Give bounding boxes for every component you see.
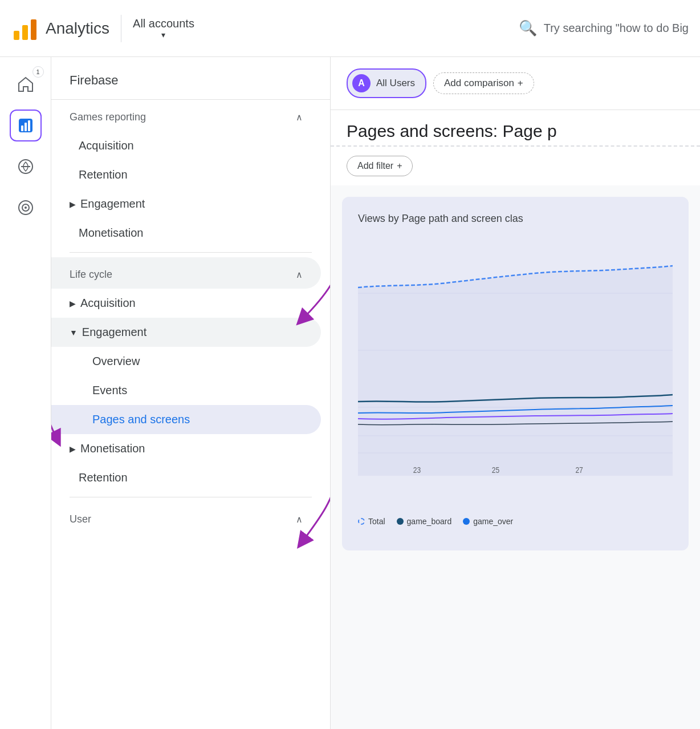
arrow-right-icon-2: ▶ (70, 299, 76, 308)
nav-section-life-cycle[interactable]: Life cycle ∧ (51, 257, 321, 289)
all-users-chip[interactable]: A All Users (347, 68, 426, 98)
sidebar-item-reports[interactable] (10, 110, 42, 141)
nav-item-games-monetisation[interactable]: Monetisation (51, 218, 321, 248)
svg-rect-5 (25, 123, 27, 131)
svg-text:25: 25 (492, 465, 499, 475)
nav-item-lc-monetisation[interactable]: ▶ Monetisation (51, 434, 321, 463)
account-selector[interactable]: All accounts ▾ (133, 17, 194, 39)
add-comparison-label: Add comparison (444, 78, 514, 89)
add-filter-icon: + (397, 161, 402, 171)
legend-game-over-label: game_over (473, 517, 513, 526)
svg-rect-1 (22, 25, 28, 40)
search-bar[interactable]: 🔍 Try searching "how to do Big (519, 19, 689, 37)
chart-title: Views by Page path and screen clas (358, 213, 673, 225)
legend-game-board-label: game_board (407, 517, 452, 526)
sidebar-item-home[interactable]: 1 (10, 68, 42, 100)
nav-item-games-engagement[interactable]: ▶ Engagement (51, 189, 321, 218)
nav-item-games-acquisition[interactable]: Acquisition (51, 131, 321, 160)
nav-item-games-retention[interactable]: Retention (51, 160, 321, 189)
header-divider (121, 15, 121, 42)
arrow-right-icon: ▶ (70, 200, 76, 209)
home-badge: 1 (32, 66, 44, 78)
app-title: Analytics (46, 19, 109, 38)
nav-item-lc-engagement[interactable]: ▼ Engagement (51, 318, 321, 347)
add-filter-button[interactable]: Add filter + (347, 156, 413, 176)
chevron-up-icon-3: ∧ (296, 514, 303, 525)
legend-game-over-icon (463, 518, 470, 525)
chevron-up-icon-2: ∧ (296, 269, 303, 280)
nav-panel: Firebase Games reporting ∧ Acquisition R… (51, 57, 331, 729)
logo-group: Analytics (11, 15, 109, 42)
sidebar-item-advertising[interactable] (10, 192, 42, 224)
chart-area: 23 Oct 25 27 (358, 236, 673, 510)
svg-rect-4 (21, 125, 23, 131)
content-top-bar: A All Users Add comparison + (331, 57, 700, 110)
user-label: User (70, 513, 91, 525)
svg-rect-2 (31, 19, 36, 40)
arrow-right-icon-3: ▶ (70, 444, 76, 453)
explore-icon (17, 157, 35, 176)
main-body: 1 (0, 57, 700, 729)
nav-separator-1 (70, 252, 312, 253)
all-users-avatar: A (352, 74, 371, 92)
add-comparison-icon: + (518, 78, 523, 89)
all-users-label: All Users (376, 78, 415, 89)
nav-section-games-reporting[interactable]: Games reporting ∧ (51, 100, 321, 131)
add-comparison-button[interactable]: Add comparison + (433, 72, 534, 94)
nav-item-lc-events[interactable]: Events (51, 376, 321, 405)
add-filter-label: Add filter (357, 161, 393, 171)
chart-legend: Total game_board game_over (358, 517, 673, 526)
search-icon: 🔍 (519, 19, 537, 37)
arrow-down-icon: ▼ (70, 328, 78, 337)
svg-point-11 (25, 206, 27, 209)
nav-separator-2 (70, 497, 312, 497)
legend-total-label: Total (368, 517, 385, 526)
svg-text:27: 27 (575, 465, 583, 475)
app-header: Analytics All accounts ▾ 🔍 Try searching… (0, 0, 700, 57)
content-panel: A All Users Add comparison + Pages and s… (331, 57, 700, 729)
legend-game-over: game_over (463, 517, 513, 526)
svg-text:Oct: Oct (412, 474, 422, 476)
page-title: Pages and screens: Page p (331, 110, 700, 147)
sidebar-item-explore[interactable] (10, 151, 42, 183)
chart-svg: 23 Oct 25 27 (358, 236, 673, 476)
filter-actions: Add filter + (331, 147, 700, 185)
analytics-logo-icon (11, 15, 39, 42)
account-label: All accounts (133, 17, 194, 30)
nav-item-lc-overview[interactable]: Overview (51, 347, 321, 376)
svg-rect-6 (28, 120, 30, 131)
filter-row: A All Users Add comparison + (347, 68, 684, 98)
chart-section: Views by Page path and screen clas (342, 197, 689, 550)
nav-section-user[interactable]: User ∧ (51, 502, 321, 533)
icon-bar: 1 (0, 57, 51, 729)
search-placeholder: Try searching "how to do Big (544, 22, 689, 35)
legend-game-board-icon (397, 518, 404, 525)
legend-game-board: game_board (397, 517, 452, 526)
nav-firebase-label: Firebase (51, 57, 330, 100)
reports-icon (17, 116, 35, 135)
life-cycle-label: Life cycle (70, 269, 112, 281)
games-reporting-label: Games reporting (70, 111, 146, 123)
chevron-up-icon: ∧ (296, 112, 303, 123)
account-arrow: ▾ (133, 30, 194, 39)
nav-item-lc-retention[interactable]: Retention (51, 463, 321, 492)
svg-text:23: 23 (413, 465, 421, 475)
legend-total-icon (358, 518, 365, 525)
nav-item-lc-pages-screens[interactable]: Pages and screens (51, 405, 321, 434)
nav-item-lc-acquisition[interactable]: ▶ Acquisition (51, 289, 321, 318)
svg-rect-0 (14, 31, 19, 40)
home-icon (17, 75, 35, 94)
advertising-icon (17, 199, 35, 217)
legend-total: Total (358, 517, 385, 526)
